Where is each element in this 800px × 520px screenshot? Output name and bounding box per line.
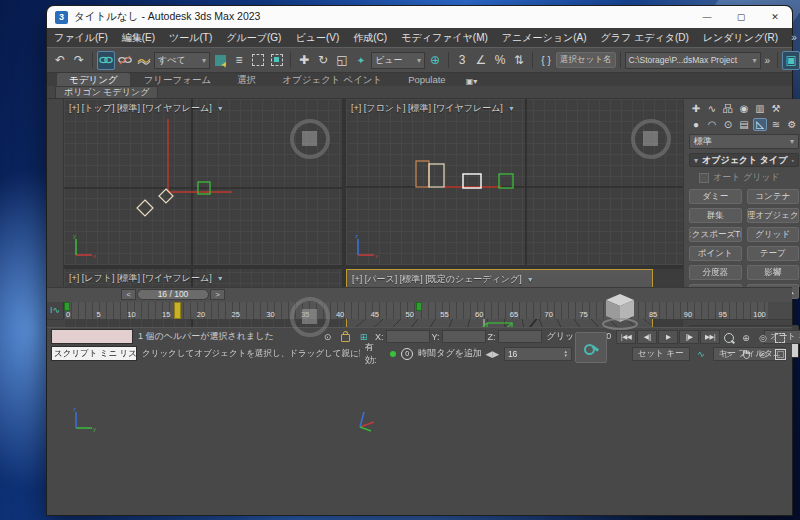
viewcube[interactable] [629, 117, 673, 161]
ribbon-tab-populate[interactable]: Populate [396, 73, 458, 86]
unlink-selection-icon[interactable] [116, 51, 134, 70]
menu-file[interactable]: ファイル(F) [47, 28, 115, 47]
ribbon-options-icon[interactable]: ▣▾ [460, 77, 484, 86]
y-coordinate-field[interactable] [442, 330, 486, 343]
menu-animation[interactable]: アニメーション(A) [495, 28, 594, 47]
time-slider-handle[interactable]: < 16 / 100 > [121, 289, 225, 300]
menu-modifiers[interactable]: モディファイヤ(M) [394, 28, 495, 47]
percent-snap-icon[interactable]: % [491, 51, 509, 70]
redo-icon[interactable]: ↷ [70, 51, 88, 70]
viewport-front[interactable]: [+] [フロント] [標準] [ワイヤフレーム] ▼ [346, 99, 683, 265]
viewcube[interactable] [288, 295, 332, 339]
reference-coordinate-combo[interactable]: ビュー ▾ [371, 52, 425, 69]
select-and-place-icon[interactable]: ✦ [352, 51, 370, 70]
viewport-label-text[interactable]: [+] [フロント] [標準] [ワイヤフレーム] [351, 102, 503, 115]
zoom-all-icon[interactable]: ⊕ [738, 331, 754, 346]
window-crossing-icon[interactable] [268, 51, 286, 70]
x-coordinate-field[interactable] [386, 330, 430, 343]
use-pivot-point-center-icon[interactable]: ⊕ [426, 51, 444, 70]
selection-filter-combo[interactable]: すべて ▾ [154, 52, 210, 69]
filter-funnel-icon[interactable]: ▼ [217, 105, 224, 112]
select-and-rotate-icon[interactable]: ↻ [314, 51, 332, 70]
viewcube[interactable] [288, 117, 332, 161]
viewport-perspective-label[interactable]: [+] [パース] [標準] [既定のシェーディング] ▼ [352, 273, 534, 286]
pan-hand-icon[interactable] [738, 347, 754, 362]
select-object-icon[interactable] [211, 51, 229, 70]
helper-button-delegate[interactable]: 代理オブジェクト [747, 208, 800, 223]
close-button[interactable]: ✕ [758, 6, 792, 28]
field-of-view-icon[interactable]: ▷ [721, 347, 737, 362]
helper-button-grid[interactable]: グリッド [747, 227, 800, 242]
next-frame-button[interactable]: ||▶ [679, 330, 699, 344]
motion-tab-icon[interactable]: ◉ [737, 102, 751, 115]
set-key-mode-button[interactable] [575, 332, 607, 363]
maximize-viewport-toggle-icon[interactable] [772, 347, 788, 362]
select-and-move-icon[interactable]: ✚ [295, 51, 313, 70]
autogrid-checkbox[interactable] [699, 173, 709, 183]
viewport-label-text[interactable]: [+] [レフト] [標準] [ワイヤフレーム] [69, 272, 212, 285]
viewport-top[interactable]: [+] [トップ] [標準] [ワイヤフレーム] ▼ [64, 99, 342, 265]
helper-button-exposetm[interactable]: エクスポーズTm [689, 227, 742, 242]
selection-lock-icon[interactable] [339, 331, 352, 343]
menu-graph-editors[interactable]: グラフ エディタ(D) [594, 28, 696, 47]
object-type-rollout-header[interactable]: ▾ オブジェクト タイプ ▪ [689, 153, 799, 167]
select-by-name-icon[interactable]: ≡ [230, 51, 248, 70]
helper-button-tape[interactable]: テープ [747, 246, 800, 261]
mini-curve-editor-button[interactable]: I∿ [47, 302, 64, 319]
modify-tab-icon[interactable]: ∿ [705, 102, 719, 115]
current-frame-display[interactable]: 16 / 100 [137, 289, 209, 300]
adaptive-degradation-indicator[interactable] [390, 351, 396, 357]
menu-create[interactable]: 作成(C) [346, 28, 394, 47]
viewport-label-text[interactable]: [+] [パース] [標準] [既定のシェーディング] [352, 273, 522, 286]
viewport-top-label[interactable]: [+] [トップ] [標準] [ワイヤフレーム] ▼ [69, 102, 224, 115]
zoom-extents-icon[interactable]: ◎ [755, 331, 771, 346]
zoom-region-icon[interactable] [772, 331, 788, 346]
rectangular-selection-region-icon[interactable] [249, 51, 267, 70]
time-tag-button[interactable]: 時間タグを追加 [418, 347, 481, 360]
minimize-button[interactable]: — [690, 6, 724, 28]
maxscript-mini-listener-label[interactable]: スクリプト ミニ リス [51, 346, 137, 361]
spinner-snap-icon[interactable]: ⇅ [510, 51, 528, 70]
viewcube[interactable] [598, 288, 642, 332]
ribbon-tab-object-paint[interactable]: オブジェクト ペイント [270, 73, 394, 86]
ribbon-tab-modeling[interactable]: モデリング [57, 73, 130, 86]
play-button[interactable]: ▶ [658, 330, 678, 344]
project-folder-combo[interactable]: C:\Storage\P...dsMax Project ▾ [625, 52, 761, 69]
filter-funnel-icon[interactable]: ▼ [527, 276, 534, 283]
set-key-button[interactable]: セット キー [632, 347, 690, 361]
cameras-category-icon[interactable]: ▤ [737, 118, 751, 131]
next-frame-button[interactable]: > [210, 289, 225, 300]
edit-named-selection-sets-icon[interactable]: { } [537, 51, 555, 70]
helper-button-influence[interactable]: 影響 [747, 265, 800, 280]
bind-to-space-warp-icon[interactable] [135, 51, 153, 70]
time-slider-track[interactable]: < 16 / 100 > [47, 287, 792, 302]
ribbon-tab-selection[interactable]: 選択 [225, 73, 268, 86]
ribbon-panel-polygon-modeling[interactable]: ポリゴン モデリング [55, 86, 158, 98]
spinner-icon[interactable]: ▲▼ [563, 350, 567, 357]
viewport-label-text[interactable]: [+] [トップ] [標準] [ワイヤフレーム] [69, 102, 212, 115]
default-tangent-icon[interactable]: ∿ [695, 348, 708, 360]
menu-edit[interactable]: 編集(E) [115, 28, 162, 47]
toolbar-overflow-chevron[interactable]: » [762, 55, 774, 66]
helper-button-container[interactable]: コンテナ [747, 189, 800, 204]
geometry-category-icon[interactable]: ● [689, 118, 703, 131]
helper-button-protractor[interactable]: 分度器 [689, 265, 742, 280]
menu-tools[interactable]: ツール(T) [162, 28, 219, 47]
save-file-icon[interactable]: ▣ [782, 51, 800, 70]
orbit-icon[interactable]: ◎ [755, 347, 771, 362]
helpers-category-icon[interactable]: ◺ [753, 118, 767, 131]
menu-rendering[interactable]: レンダリング(R) [696, 28, 785, 47]
create-tab-icon[interactable]: ✚ [689, 102, 703, 115]
lights-category-icon[interactable]: ⊙ [721, 118, 735, 131]
helper-button-crowd[interactable]: 群集 [689, 208, 742, 223]
maximize-button[interactable]: ▢ [724, 6, 758, 28]
select-and-scale-icon[interactable]: ◱ [333, 51, 351, 70]
angle-snap-icon[interactable]: ∠ [472, 51, 490, 70]
named-selection-set-field[interactable]: 選択セット名 [556, 52, 616, 68]
filter-funnel-icon[interactable]: ▼ [217, 275, 224, 282]
display-tab-icon[interactable]: ▥ [753, 102, 767, 115]
track-bar-ruler[interactable]: 0 5 10 15 20 25 30 35 40 45 50 55 60 65 … [64, 302, 768, 319]
collapsed-ribbon-strip[interactable] [47, 99, 64, 287]
menu-group[interactable]: グループ(G) [219, 28, 288, 47]
snaps-toggle-3d-icon[interactable]: 3 [453, 51, 471, 70]
